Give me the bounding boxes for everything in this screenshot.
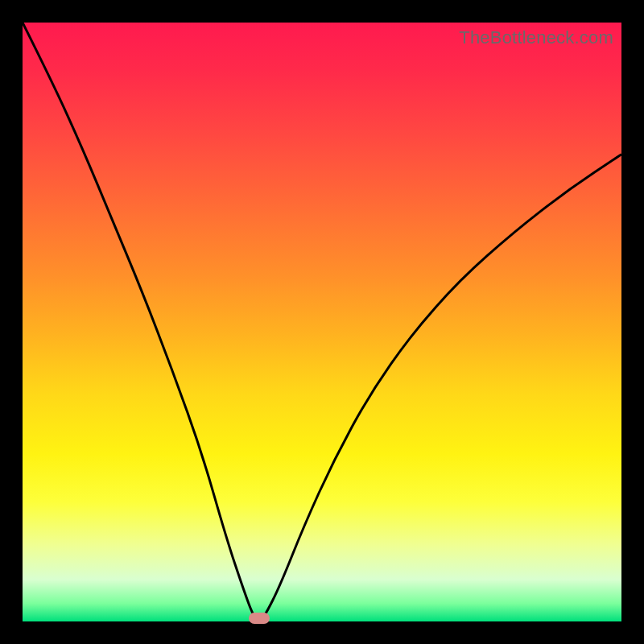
optimal-point-marker xyxy=(249,613,270,624)
plot-area: TheBottleneck.com xyxy=(23,23,621,621)
chart-frame: TheBottleneck.com xyxy=(0,0,644,644)
bottleneck-curve xyxy=(23,23,621,621)
